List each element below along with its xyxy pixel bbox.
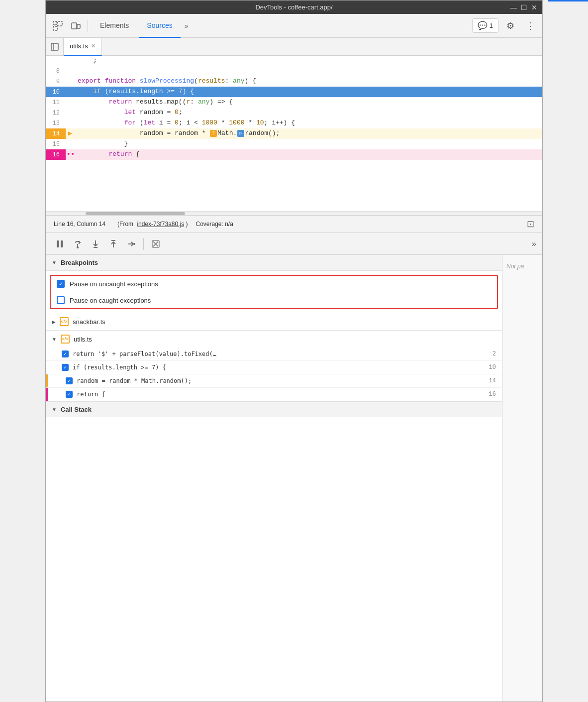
- bp-item-line10[interactable]: if (results.length >= 7) { 10: [46, 361, 502, 374]
- utils-filename: utils.ts: [74, 336, 92, 343]
- utils-file-icon: </>: [61, 335, 70, 344]
- drawer-icon[interactable]: ⊡: [527, 219, 534, 230]
- nav-right: 💬 1 ⚙ ⋮: [472, 18, 538, 34]
- title-bar: DevTools - coffee-cart.app/ — ☐ ✕: [46, 0, 542, 14]
- bp-item-line2[interactable]: return '$' + parseFloat(value).toFixed(……: [46, 348, 502, 361]
- code-line: 13 for (let i = 0; i < 1000 * 1000 * 10;…: [46, 118, 542, 128]
- settings-icon[interactable]: ⚙: [502, 18, 518, 34]
- debug-divider: [143, 238, 144, 250]
- svg-point-10: [77, 246, 79, 248]
- svg-rect-5: [51, 43, 58, 50]
- bp-file-snackbar: ▶ </> snackbar.ts: [46, 313, 502, 331]
- console-badge-btn[interactable]: 💬 1: [472, 18, 498, 33]
- bp-code-line16: return {: [77, 391, 105, 398]
- code-line: 11 return results.map((r: any) => {: [46, 97, 542, 108]
- inspect-icon[interactable]: [50, 18, 66, 34]
- step-btn[interactable]: [123, 236, 139, 252]
- pause-caught-label: Pause on caught exceptions: [70, 297, 151, 304]
- pause-caught-checkbox[interactable]: [57, 296, 65, 304]
- file-tab-name: utils.ts: [70, 42, 88, 50]
- bp-code-line10: if (results.length >= 7) {: [73, 364, 166, 371]
- file-tab-close-btn[interactable]: ✕: [91, 43, 96, 49]
- panel-right: Not pa: [502, 255, 542, 702]
- svg-rect-2: [53, 26, 58, 30]
- bp-file-utils: ▼ </> utils.ts return '$' + parseFloat(v…: [46, 331, 502, 402]
- window-controls: — ☐ ✕: [510, 3, 537, 11]
- bp-line-num-14: 14: [486, 377, 496, 384]
- svg-rect-8: [61, 240, 63, 247]
- console-count: 1: [490, 22, 493, 29]
- deactivate-breakpoints-btn[interactable]: [148, 236, 164, 252]
- devtools-window: DevTools - coffee-cart.app/ — ☐ ✕ Elemen…: [45, 0, 543, 702]
- more-options-icon[interactable]: ⋮: [522, 18, 538, 34]
- bp-code-line2: return '$' + parseFloat(value).toFixed(…: [73, 351, 216, 357]
- code-line: 8: [46, 66, 542, 76]
- svg-rect-3: [72, 23, 77, 29]
- bp-cb-line14[interactable]: [66, 377, 73, 384]
- bp-cb-line2[interactable]: [62, 351, 69, 357]
- utils-collapse-arrow: ▼: [52, 337, 57, 342]
- device-toggle-icon[interactable]: [68, 18, 84, 34]
- code-content[interactable]: ; 8 9 export function slowProcessing(res…: [46, 56, 542, 211]
- status-bar: Line 16, Column 14 (From index-73f73a80.…: [46, 215, 542, 233]
- svg-rect-0: [53, 21, 57, 25]
- more-tabs-chevron[interactable]: »: [183, 22, 191, 30]
- svg-rect-7: [57, 240, 59, 247]
- call-stack-section-header[interactable]: ▼ Call Stack: [46, 402, 502, 417]
- coverage-status: Coverage: n/a: [196, 221, 233, 228]
- bp-code-line14: random = random * Math.random();: [77, 377, 192, 384]
- bp-line-num-16: 16: [486, 391, 496, 398]
- bp-item-line14[interactable]: random = random * Math.random(); 14: [46, 374, 502, 388]
- file-tab-utils[interactable]: utils.ts ✕: [64, 38, 102, 56]
- step-over-btn[interactable]: [70, 236, 86, 252]
- svg-rect-4: [77, 24, 80, 28]
- step-into-btn[interactable]: [88, 236, 103, 252]
- source-file-link[interactable]: index-73f73a80.js: [137, 221, 184, 228]
- tab-sources[interactable]: Sources: [139, 14, 180, 38]
- bottom-panel: ▼ Breakpoints Pause on uncaught exceptio…: [46, 255, 542, 702]
- bp-line-num-10: 10: [486, 364, 496, 371]
- code-line: 15 }: [46, 139, 542, 149]
- minimize-btn[interactable]: —: [510, 3, 517, 11]
- pause-uncaught-label: Pause on uncaught exceptions: [70, 280, 158, 288]
- bp-cb-line16[interactable]: [66, 391, 73, 398]
- step-out-btn[interactable]: [105, 236, 121, 252]
- code-line-10: 10 if (results.length >= 7) {: [46, 87, 542, 97]
- close-btn[interactable]: ✕: [531, 3, 537, 11]
- code-line: ;: [46, 56, 542, 66]
- bp-line-num-2: 2: [486, 351, 496, 357]
- breakpoints-arrow: ▼: [52, 260, 57, 265]
- pause-uncaught-checkbox[interactable]: [57, 280, 65, 288]
- snackbar-file-icon: </>: [60, 317, 69, 326]
- more-debug-actions-chevron[interactable]: »: [532, 239, 536, 248]
- exception-box: Pause on uncaught exceptions Pause on ca…: [50, 275, 498, 309]
- tab-elements[interactable]: Elements: [92, 14, 137, 38]
- horizontal-scrollbar[interactable]: [46, 211, 542, 215]
- pause-caught-item[interactable]: Pause on caught exceptions: [51, 292, 497, 308]
- panel-right-text: Not pa: [506, 263, 524, 270]
- nav-divider-1: [88, 20, 88, 32]
- breakpoints-section-header[interactable]: ▼ Breakpoints: [46, 255, 502, 271]
- call-stack-arrow: ▼: [52, 407, 57, 412]
- sidebar-toggle-btn[interactable]: [46, 38, 64, 56]
- debug-toolbar: »: [46, 233, 542, 255]
- bp-cb-line10[interactable]: [62, 364, 69, 371]
- bp-file-utils-header[interactable]: ▼ </> utils.ts: [46, 331, 502, 348]
- call-stack-label: Call Stack: [61, 406, 92, 413]
- bp-item-line16[interactable]: return { 16: [46, 388, 502, 401]
- cursor-position: Line 16, Column 14: [54, 221, 105, 228]
- console-icon: 💬: [478, 21, 488, 30]
- snackbar-filename: snackbar.ts: [73, 318, 105, 326]
- file-tabs-bar: utils.ts ✕: [46, 38, 542, 56]
- code-line-16: 16 •• return {: [46, 149, 542, 160]
- window-title: DevTools - coffee-cart.app/: [255, 3, 332, 11]
- code-line: 9 export function slowProcessing(results…: [46, 76, 542, 87]
- pause-uncaught-item[interactable]: Pause on uncaught exceptions: [51, 276, 497, 292]
- maximize-btn[interactable]: ☐: [521, 3, 527, 11]
- bp-file-snackbar-header[interactable]: ▶ </> snackbar.ts: [46, 313, 502, 330]
- panel-left: ▼ Breakpoints Pause on uncaught exceptio…: [46, 255, 502, 702]
- svg-rect-1: [58, 21, 62, 26]
- pause-btn[interactable]: [52, 236, 68, 252]
- code-editor: ; 8 9 export function slowProcessing(res…: [46, 56, 542, 215]
- code-line-14: 14 ▶ random = random * ?Math.▷random();: [46, 128, 542, 139]
